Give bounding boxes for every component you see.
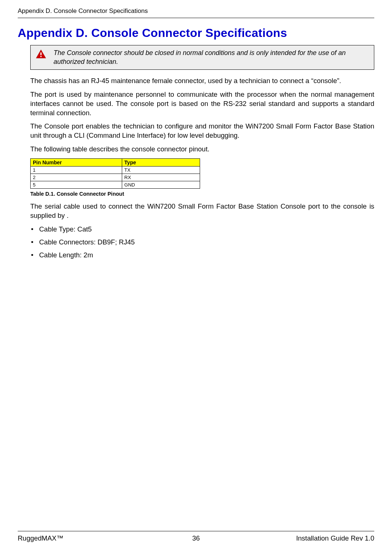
warning-icon	[36, 49, 46, 59]
page-header: Appendix D. Console Connector Specificat…	[18, 7, 374, 18]
breadcrumb-text: Appendix D. Console Connector Specificat…	[18, 7, 148, 14]
pinout-table: Pin Number Type 1 TX 2 RX 5 GND	[30, 158, 200, 189]
table-cell-pin: 5	[31, 181, 122, 189]
table-caption: Table D.1. Console Connector Pinout	[30, 191, 374, 197]
body-paragraph: The port is used by maintenance personne…	[30, 90, 374, 118]
table-cell-type: TX	[122, 167, 200, 174]
warning-alert: The Console connector should be closed i…	[30, 45, 374, 70]
body-paragraph: The chassis has an RJ-45 maintenance fem…	[30, 76, 374, 86]
table-cell-pin: 2	[31, 174, 122, 181]
svg-point-2	[40, 56, 42, 57]
table-cell-type: RX	[122, 174, 200, 181]
table-row: 2 RX	[31, 174, 200, 181]
body-paragraph: The following table describes the consol…	[30, 145, 374, 154]
list-item: Cable Type: Cat5	[30, 225, 374, 234]
body-paragraph: The serial cable used to connect the WiN…	[30, 202, 374, 220]
footer-doc-version: Installation Guide Rev 1.0	[296, 534, 374, 542]
warning-text: The Console connector should be closed i…	[54, 48, 369, 66]
table-header-row: Pin Number Type	[31, 159, 200, 167]
table-cell-type: GND	[122, 181, 200, 189]
section-title: Appendix D. Console Connector Specificat…	[18, 26, 374, 40]
table-cell-pin: 1	[31, 167, 122, 174]
page-footer: RuggedMAX™ 36 Installation Guide Rev 1.0	[18, 531, 374, 542]
table-row: 5 GND	[31, 181, 200, 189]
table-row: 1 TX	[31, 167, 200, 174]
body-paragraph: The Console port enables the technician …	[30, 122, 374, 140]
list-item: Cable Connectors: DB9F; RJ45	[30, 238, 374, 247]
footer-product: RuggedMAX™	[18, 534, 63, 542]
table-header-type: Type	[122, 159, 200, 167]
svg-rect-1	[40, 52, 41, 55]
cable-spec-list: Cable Type: Cat5 Cable Connectors: DB9F;…	[30, 225, 374, 260]
list-item: Cable Length: 2m	[30, 251, 374, 260]
table-header-pin: Pin Number	[31, 159, 122, 167]
